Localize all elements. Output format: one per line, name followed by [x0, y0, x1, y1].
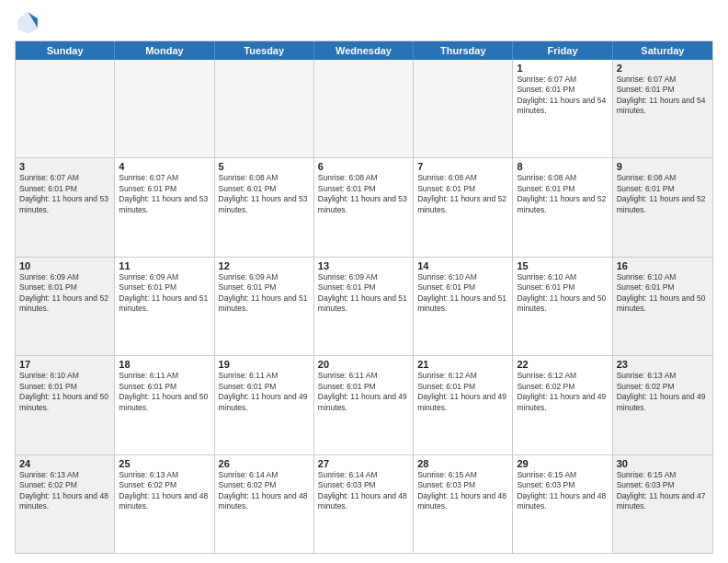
day-info: Sunrise: 6:10 AMSunset: 6:01 PMDaylight:…: [417, 272, 508, 315]
calendar-cell-day-17: 17Sunrise: 6:10 AMSunset: 6:01 PMDayligh…: [16, 356, 115, 454]
day-number: 3: [19, 161, 110, 172]
logo: [15, 9, 42, 35]
day-info: Sunrise: 6:08 AMSunset: 6:01 PMDaylight:…: [417, 173, 508, 215]
calendar-cell-day-23: 23Sunrise: 6:13 AMSunset: 6:02 PMDayligh…: [613, 356, 712, 454]
calendar-cell-day-15: 15Sunrise: 6:10 AMSunset: 6:01 PMDayligh…: [513, 258, 612, 355]
day-number: 23: [617, 359, 709, 370]
day-info: Sunrise: 6:13 AMSunset: 6:02 PMDaylight:…: [119, 470, 210, 512]
day-info: Sunrise: 6:10 AMSunset: 6:01 PMDaylight:…: [19, 371, 110, 413]
weekday-header-tuesday: Tuesday: [215, 41, 314, 60]
calendar-cell-day-19: 19Sunrise: 6:11 AMSunset: 6:01 PMDayligh…: [215, 356, 314, 454]
day-number: 10: [19, 260, 110, 271]
day-info: Sunrise: 6:15 AMSunset: 6:03 PMDaylight:…: [417, 470, 508, 512]
logo-icon: [15, 9, 40, 35]
day-info: Sunrise: 6:08 AMSunset: 6:01 PMDaylight:…: [617, 173, 709, 215]
calendar-cell-day-26: 26Sunrise: 6:14 AMSunset: 6:02 PMDayligh…: [215, 455, 314, 553]
day-info: Sunrise: 6:09 AMSunset: 6:01 PMDaylight:…: [19, 272, 110, 315]
day-number: 7: [417, 161, 508, 172]
day-info: Sunrise: 6:15 AMSunset: 6:03 PMDaylight:…: [617, 470, 709, 512]
day-number: 14: [417, 260, 508, 271]
day-info: Sunrise: 6:09 AMSunset: 6:01 PMDaylight:…: [119, 272, 210, 315]
calendar-cell-empty: [414, 60, 513, 157]
calendar-cell-day-25: 25Sunrise: 6:13 AMSunset: 6:02 PMDayligh…: [115, 455, 214, 553]
day-info: Sunrise: 6:13 AMSunset: 6:02 PMDaylight:…: [19, 470, 110, 512]
day-number: 15: [517, 260, 608, 271]
calendar-cell-day-8: 8Sunrise: 6:08 AMSunset: 6:01 PMDaylight…: [513, 158, 612, 256]
calendar: SundayMondayTuesdayWednesdayThursdayFrid…: [15, 40, 713, 554]
calendar-header: SundayMondayTuesdayWednesdayThursdayFrid…: [16, 41, 712, 60]
day-info: Sunrise: 6:07 AMSunset: 6:01 PMDaylight:…: [19, 173, 110, 215]
day-number: 16: [617, 260, 709, 271]
day-number: 27: [318, 458, 409, 469]
day-number: 22: [517, 359, 608, 370]
day-number: 12: [219, 260, 310, 271]
day-number: 26: [219, 458, 310, 469]
calendar-cell-day-20: 20Sunrise: 6:11 AMSunset: 6:01 PMDayligh…: [314, 356, 414, 454]
day-info: Sunrise: 6:08 AMSunset: 6:01 PMDaylight:…: [219, 173, 310, 215]
day-info: Sunrise: 6:14 AMSunset: 6:03 PMDaylight:…: [318, 470, 409, 512]
weekday-header-sunday: Sunday: [16, 41, 115, 60]
day-number: 19: [219, 359, 310, 370]
day-number: 18: [119, 359, 210, 370]
calendar-body: 1Sunrise: 6:07 AMSunset: 6:01 PMDaylight…: [16, 60, 712, 553]
day-info: Sunrise: 6:08 AMSunset: 6:01 PMDaylight:…: [318, 173, 409, 215]
calendar-cell-day-12: 12Sunrise: 6:09 AMSunset: 6:01 PMDayligh…: [215, 258, 314, 355]
calendar-cell-day-16: 16Sunrise: 6:10 AMSunset: 6:01 PMDayligh…: [613, 258, 712, 355]
day-info: Sunrise: 6:10 AMSunset: 6:01 PMDaylight:…: [617, 272, 709, 315]
day-info: Sunrise: 6:07 AMSunset: 6:01 PMDaylight:…: [119, 173, 210, 215]
day-info: Sunrise: 6:11 AMSunset: 6:01 PMDaylight:…: [219, 371, 310, 413]
day-info: Sunrise: 6:12 AMSunset: 6:02 PMDaylight:…: [517, 371, 608, 413]
day-number: 30: [617, 458, 709, 469]
day-info: Sunrise: 6:11 AMSunset: 6:01 PMDaylight:…: [318, 371, 409, 413]
calendar-cell-day-14: 14Sunrise: 6:10 AMSunset: 6:01 PMDayligh…: [414, 258, 513, 355]
day-number: 24: [19, 458, 110, 469]
weekday-header-saturday: Saturday: [613, 41, 712, 60]
day-number: 13: [318, 260, 409, 271]
day-info: Sunrise: 6:07 AMSunset: 6:01 PMDaylight:…: [617, 75, 709, 117]
calendar-cell-day-21: 21Sunrise: 6:12 AMSunset: 6:01 PMDayligh…: [414, 356, 513, 454]
day-info: Sunrise: 6:09 AMSunset: 6:01 PMDaylight:…: [318, 272, 409, 315]
day-number: 8: [517, 161, 608, 172]
calendar-cell-day-1: 1Sunrise: 6:07 AMSunset: 6:01 PMDaylight…: [513, 60, 612, 157]
calendar-cell-day-4: 4Sunrise: 6:07 AMSunset: 6:01 PMDaylight…: [115, 158, 214, 256]
calendar-row-0: 1Sunrise: 6:07 AMSunset: 6:01 PMDaylight…: [16, 60, 712, 157]
day-info: Sunrise: 6:07 AMSunset: 6:01 PMDaylight:…: [517, 75, 608, 117]
day-number: 20: [318, 359, 409, 370]
weekday-header-monday: Monday: [115, 41, 214, 60]
calendar-cell-day-10: 10Sunrise: 6:09 AMSunset: 6:01 PMDayligh…: [16, 258, 115, 355]
calendar-row-4: 24Sunrise: 6:13 AMSunset: 6:02 PMDayligh…: [16, 454, 712, 553]
calendar-cell-day-5: 5Sunrise: 6:08 AMSunset: 6:01 PMDaylight…: [215, 158, 314, 256]
page: SundayMondayTuesdayWednesdayThursdayFrid…: [0, 0, 728, 563]
calendar-row-2: 10Sunrise: 6:09 AMSunset: 6:01 PMDayligh…: [16, 257, 712, 355]
calendar-cell-empty: [314, 60, 414, 157]
calendar-cell-day-7: 7Sunrise: 6:08 AMSunset: 6:01 PMDaylight…: [414, 158, 513, 256]
day-number: 6: [318, 161, 409, 172]
calendar-cell-day-18: 18Sunrise: 6:11 AMSunset: 6:01 PMDayligh…: [115, 356, 214, 454]
day-info: Sunrise: 6:10 AMSunset: 6:01 PMDaylight:…: [517, 272, 608, 315]
day-info: Sunrise: 6:13 AMSunset: 6:02 PMDaylight:…: [617, 371, 709, 413]
day-info: Sunrise: 6:08 AMSunset: 6:01 PMDaylight:…: [517, 173, 608, 215]
day-number: 11: [119, 260, 210, 271]
weekday-header-thursday: Thursday: [414, 41, 513, 60]
day-number: 29: [517, 458, 608, 469]
day-number: 28: [417, 458, 508, 469]
calendar-cell-day-29: 29Sunrise: 6:15 AMSunset: 6:03 PMDayligh…: [513, 455, 612, 553]
calendar-cell-empty: [16, 60, 115, 157]
day-info: Sunrise: 6:14 AMSunset: 6:02 PMDaylight:…: [219, 470, 310, 512]
calendar-cell-day-30: 30Sunrise: 6:15 AMSunset: 6:03 PMDayligh…: [613, 455, 712, 553]
calendar-cell-day-2: 2Sunrise: 6:07 AMSunset: 6:01 PMDaylight…: [613, 60, 712, 157]
day-number: 9: [617, 161, 709, 172]
day-info: Sunrise: 6:12 AMSunset: 6:01 PMDaylight:…: [417, 371, 508, 413]
day-number: 4: [119, 161, 210, 172]
calendar-cell-day-27: 27Sunrise: 6:14 AMSunset: 6:03 PMDayligh…: [314, 455, 414, 553]
day-number: 2: [617, 63, 709, 74]
calendar-cell-day-6: 6Sunrise: 6:08 AMSunset: 6:01 PMDaylight…: [314, 158, 414, 256]
calendar-cell-day-3: 3Sunrise: 6:07 AMSunset: 6:01 PMDaylight…: [16, 158, 115, 256]
calendar-cell-day-22: 22Sunrise: 6:12 AMSunset: 6:02 PMDayligh…: [513, 356, 612, 454]
day-info: Sunrise: 6:09 AMSunset: 6:01 PMDaylight:…: [219, 272, 310, 315]
calendar-cell-empty: [115, 60, 214, 157]
calendar-row-1: 3Sunrise: 6:07 AMSunset: 6:01 PMDaylight…: [16, 157, 712, 256]
day-info: Sunrise: 6:15 AMSunset: 6:03 PMDaylight:…: [517, 470, 608, 512]
calendar-cell-day-13: 13Sunrise: 6:09 AMSunset: 6:01 PMDayligh…: [314, 258, 414, 355]
weekday-header-wednesday: Wednesday: [314, 41, 414, 60]
